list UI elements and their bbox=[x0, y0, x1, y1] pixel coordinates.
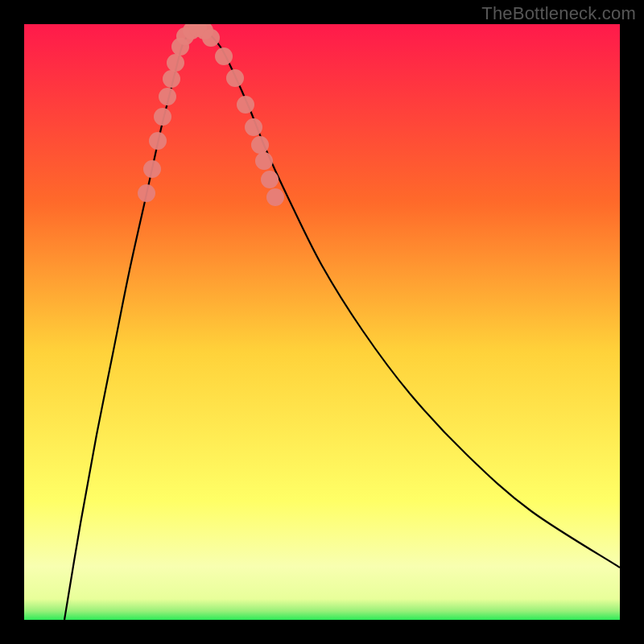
data-dot bbox=[266, 188, 284, 206]
data-dot bbox=[154, 108, 171, 126]
data-dot bbox=[215, 47, 233, 65]
gradient-background bbox=[24, 24, 620, 620]
data-dot bbox=[167, 54, 184, 72]
data-dot bbox=[143, 160, 161, 178]
plot-area bbox=[24, 24, 620, 620]
watermark-text: TheBottleneck.com bbox=[481, 3, 636, 24]
data-dot bbox=[261, 171, 279, 188]
data-dot bbox=[226, 69, 244, 87]
data-dot bbox=[149, 132, 167, 150]
outer-frame: TheBottleneck.com bbox=[0, 0, 644, 644]
data-dot bbox=[255, 152, 273, 170]
data-dot bbox=[202, 29, 220, 47]
data-dot bbox=[138, 184, 155, 202]
data-dot bbox=[163, 70, 180, 88]
data-dot bbox=[245, 118, 262, 136]
data-dot bbox=[251, 136, 269, 154]
data-dot bbox=[237, 96, 254, 114]
data-dot bbox=[159, 88, 176, 105]
chart-svg bbox=[24, 24, 620, 620]
